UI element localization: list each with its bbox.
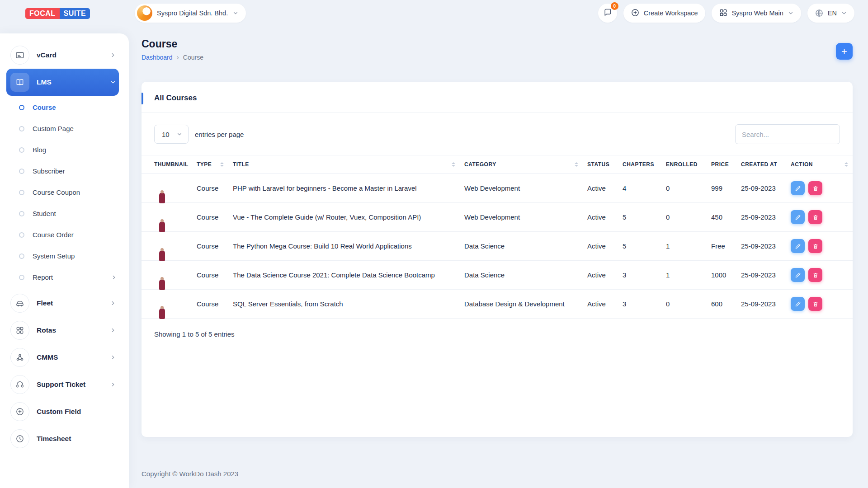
table-row: Course PHP with Laravel for beginners - …: [142, 174, 853, 203]
breadcrumb-separator-icon: ›: [177, 54, 179, 61]
chat-icon: [603, 8, 612, 19]
edit-button[interactable]: [791, 181, 805, 195]
cell-chapters: 4: [618, 174, 661, 203]
sidebar-item-cmms[interactable]: CMMS: [6, 344, 119, 371]
subitem-label: Subscriber: [33, 167, 65, 175]
workspace-name: Syspro Digital Sdn. Bhd.: [157, 9, 228, 17]
sidebar-subitem-student[interactable]: Student: [6, 203, 119, 224]
sidebar-subitem-course[interactable]: Course: [6, 97, 119, 118]
cell-type: Course: [192, 261, 228, 290]
breadcrumb: Dashboard › Course: [142, 54, 203, 61]
create-workspace-button[interactable]: Create Workspace: [623, 4, 705, 23]
delete-button[interactable]: [808, 268, 822, 282]
cell-status: Active: [583, 174, 618, 203]
edit-button[interactable]: [791, 239, 805, 253]
sidebar-subitem-blog[interactable]: Blog: [6, 139, 119, 160]
chevron-down-icon: [176, 131, 183, 137]
sort-icon: [452, 162, 455, 167]
sidebar-subitem-report[interactable]: Report: [6, 267, 119, 288]
cell-title: Vue - The Complete Guide (w/ Router, Vue…: [228, 203, 460, 232]
bullet-icon: [19, 232, 24, 238]
sidebar-item-rotas[interactable]: Rotas: [6, 317, 119, 344]
cell-chapters: 3: [618, 290, 661, 319]
workspace-logo: [137, 5, 152, 21]
chevron-right-icon: [110, 327, 116, 333]
bullet-icon: [19, 147, 24, 153]
cell-category: Data Science: [460, 232, 583, 261]
col-header-category[interactable]: CATEGORY: [460, 155, 583, 174]
app-logo[interactable]: FOCAL SUITE: [25, 8, 90, 19]
col-header-title[interactable]: TITLE: [228, 155, 460, 174]
sidebar-subitem-custom-page[interactable]: Custom Page: [6, 118, 119, 139]
page-title: Course: [142, 38, 203, 50]
subitem-label: Blog: [33, 146, 46, 154]
col-header-enrolled: ENROLLED: [661, 155, 707, 174]
cell-title: PHP with Laravel for beginners - Become …: [228, 174, 460, 203]
delete-button[interactable]: [808, 210, 822, 224]
cell-category: Database Design & Development: [460, 290, 583, 319]
language-selector[interactable]: EN: [807, 4, 854, 23]
sidebar-item-support-ticket[interactable]: Support Ticket: [6, 371, 119, 398]
edit-button[interactable]: [791, 210, 805, 224]
entries-per-page-select[interactable]: 10: [154, 125, 189, 144]
chevron-right-icon: [110, 52, 116, 58]
workspace-switcher[interactable]: Syspro Web Main: [712, 4, 801, 23]
sidebar-item-lms[interactable]: LMS: [6, 69, 119, 96]
table-row: Course The Python Mega Course: Build 10 …: [142, 232, 853, 261]
sort-icon: [844, 162, 848, 167]
sidebar-item-custom-field[interactable]: Custom Field: [6, 398, 119, 425]
cell-enrolled: 1: [661, 232, 707, 261]
col-header-type[interactable]: TYPE: [192, 155, 228, 174]
col-header-created-at: CREATED AT: [736, 155, 786, 174]
chevron-right-icon: [110, 300, 116, 306]
topbar: Syspro Digital Sdn. Bhd. 0 Create Worksp…: [129, 0, 868, 26]
cell-enrolled: 1: [661, 261, 707, 290]
delete-button[interactable]: [808, 181, 822, 195]
col-header-action[interactable]: ACTION: [786, 155, 853, 174]
plus-circle-icon: [631, 8, 640, 19]
breadcrumb-dashboard-link[interactable]: Dashboard: [142, 54, 173, 61]
sort-icon: [575, 162, 578, 167]
edit-button[interactable]: [791, 297, 805, 311]
active-workspace-label: Syspro Web Main: [732, 9, 783, 17]
sidebar-item-label: LMS: [37, 78, 52, 86]
edit-button[interactable]: [791, 268, 805, 282]
cell-type: Course: [192, 174, 228, 203]
sidebar-subitem-subscriber[interactable]: Subscriber: [6, 160, 119, 182]
subitem-label: Custom Page: [33, 125, 74, 132]
col-header-chapters: CHAPTERS: [618, 155, 661, 174]
chevron-down-icon: [232, 10, 239, 16]
cell-created-at: 25-09-2023: [736, 174, 786, 203]
chevron-right-icon: [110, 354, 116, 361]
logo-suite: SUITE: [60, 8, 90, 19]
sidebar-item-fleet[interactable]: Fleet: [6, 290, 119, 317]
messages-button[interactable]: 0: [598, 4, 617, 23]
delete-button[interactable]: [808, 297, 822, 311]
subitem-label: Student: [33, 210, 56, 217]
workspace-selector[interactable]: Syspro Digital Sdn. Bhd.: [135, 4, 246, 23]
sidebar-item-label: Timesheet: [37, 435, 71, 443]
card-title: All Courses: [154, 94, 197, 102]
subitem-label: Report: [33, 273, 53, 281]
sidebar-item-vcard[interactable]: vCard: [6, 42, 119, 69]
cell-created-at: 25-09-2023: [736, 232, 786, 261]
cell-created-at: 25-09-2023: [736, 261, 786, 290]
sidebar-subitem-system-setup[interactable]: System Setup: [6, 245, 119, 267]
cell-title: SQL Server Essentials, from Scratch: [228, 290, 460, 319]
entries-per-page-value: 10: [162, 131, 170, 138]
add-course-button[interactable]: +: [836, 43, 853, 60]
search-input[interactable]: [735, 124, 840, 144]
bullet-icon: [19, 126, 24, 131]
cell-chapters: 5: [618, 203, 661, 232]
grid-icon: [719, 8, 728, 19]
sort-icon: [220, 162, 224, 167]
sidebar-subitem-course-coupon[interactable]: Course Coupon: [6, 182, 119, 203]
sidebar-item-timesheet[interactable]: Timesheet: [6, 425, 119, 452]
chevron-down-icon: [841, 10, 847, 16]
sidebar-subitem-course-order[interactable]: Course Order: [6, 224, 119, 245]
table-header-row: THUMBNAIL TYPE TITLE CATEGORY STATUS CHA…: [142, 155, 853, 174]
cell-price: Free: [707, 232, 736, 261]
language-label: EN: [828, 9, 837, 17]
car-icon: [10, 294, 29, 313]
delete-button[interactable]: [808, 239, 822, 253]
